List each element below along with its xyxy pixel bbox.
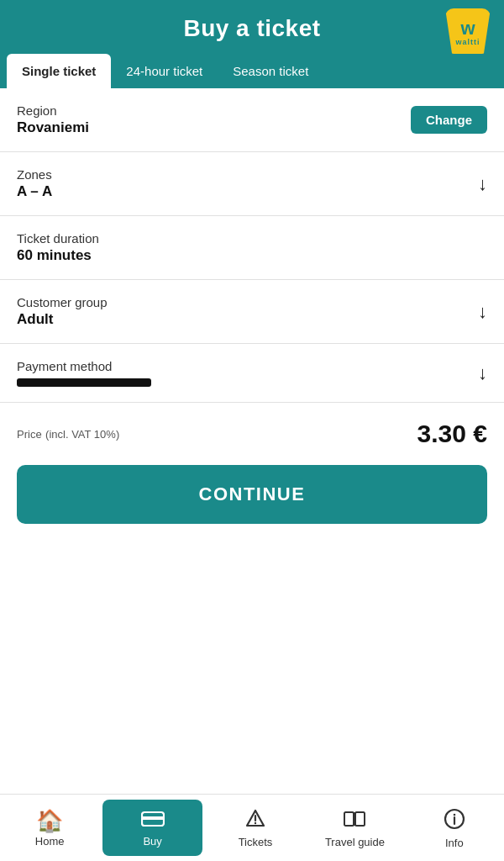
payment-chevron-area: ↓: [478, 362, 487, 384]
region-change-button[interactable]: Change: [411, 106, 487, 134]
main-content: Region Rovaniemi Change Zones A – A ↓ Ti…: [0, 88, 504, 668]
page-title: Buy a ticket: [183, 15, 320, 42]
tab-single-ticket[interactable]: Single ticket: [7, 54, 111, 88]
payment-value-redacted: [17, 378, 151, 387]
customer-group-row[interactable]: Customer group Adult ↓: [0, 280, 504, 344]
region-actions: Change: [411, 106, 487, 134]
payment-chevron-icon: ↓: [478, 362, 487, 384]
header: Buy a ticket w waltti: [0, 0, 504, 54]
waltti-logo-text: waltti: [455, 38, 480, 46]
duration-row: Ticket duration 60 minutes: [0, 216, 504, 280]
nav-home[interactable]: 🏠 Home: [0, 795, 99, 861]
tickets-icon: [244, 809, 267, 832]
duration-value: 60 minutes: [17, 247, 99, 264]
ticket-type-tabs: Single ticket 24-hour ticket Season tick…: [0, 54, 504, 88]
bottom-navigation: 🏠 Home Buy Tickets: [0, 794, 504, 861]
region-row: Region Rovaniemi Change: [0, 88, 504, 152]
price-value: 3.30 €: [417, 420, 487, 448]
zones-chevron-area: ↓: [478, 173, 487, 195]
price-row: Price (incl. VAT 10%) 3.30 €: [0, 403, 504, 457]
travel-guide-icon: [343, 809, 366, 832]
region-value: Rovaniemi: [17, 119, 89, 136]
svg-point-11: [454, 814, 456, 816]
svg-point-4: [255, 822, 256, 824]
payment-info: Payment method: [17, 359, 151, 387]
customer-group-label: Customer group: [17, 295, 108, 309]
price-vat-note: (incl. VAT 10%): [45, 428, 119, 441]
svg-rect-6: [355, 812, 365, 826]
zones-info: Zones A – A: [17, 167, 52, 200]
customer-group-value: Adult: [17, 311, 108, 328]
home-icon: 🏠: [36, 810, 63, 832]
price-label: Price: [17, 428, 42, 441]
payment-row[interactable]: Payment method ↓: [0, 344, 504, 403]
customer-group-chevron-area: ↓: [478, 301, 487, 323]
zones-value: A – A: [17, 183, 52, 200]
customer-group-info: Customer group Adult: [17, 295, 108, 328]
svg-rect-5: [344, 812, 354, 826]
waltti-logo: w waltti: [445, 8, 491, 54]
nav-buy[interactable]: Buy: [102, 800, 202, 856]
price-label-area: Price (incl. VAT 10%): [17, 426, 119, 441]
nav-home-label: Home: [35, 835, 65, 848]
nav-info[interactable]: Info: [405, 795, 504, 861]
zones-row[interactable]: Zones A – A ↓: [0, 152, 504, 216]
info-icon: [444, 808, 465, 833]
duration-label: Ticket duration: [17, 231, 99, 246]
nav-info-label: Info: [445, 837, 464, 849]
continue-button[interactable]: CONTINUE: [17, 465, 487, 524]
tab-season-ticket[interactable]: Season ticket: [218, 54, 323, 88]
nav-travel-guide-label: Travel guide: [325, 836, 385, 848]
nav-tickets[interactable]: Tickets: [206, 795, 305, 861]
nav-tickets-label: Tickets: [239, 836, 273, 848]
duration-info: Ticket duration 60 minutes: [17, 231, 99, 264]
zones-chevron-icon: ↓: [478, 173, 487, 195]
customer-group-chevron-icon: ↓: [478, 301, 487, 323]
zones-label: Zones: [17, 167, 52, 182]
buy-icon: [141, 810, 165, 832]
nav-travel-guide[interactable]: Travel guide: [305, 795, 404, 861]
payment-label: Payment method: [17, 359, 151, 373]
svg-rect-1: [142, 816, 164, 820]
continue-area: CONTINUE: [0, 457, 504, 541]
region-label: Region: [17, 103, 89, 118]
waltti-w-letter: w: [460, 19, 475, 38]
tab-24hour-ticket[interactable]: 24-hour ticket: [111, 54, 218, 88]
region-info: Region Rovaniemi: [17, 103, 89, 136]
nav-buy-label: Buy: [143, 835, 161, 848]
